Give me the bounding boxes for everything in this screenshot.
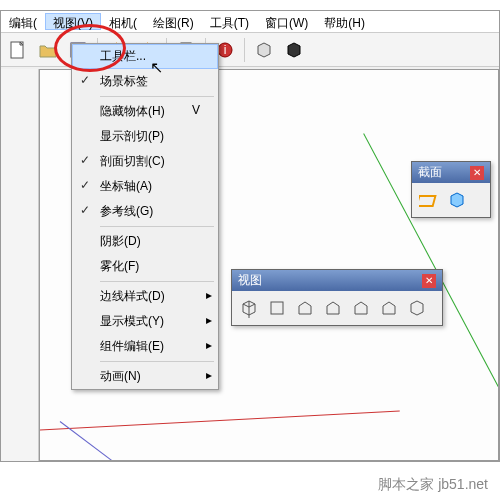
check-icon: ✓ <box>80 73 90 87</box>
section-panel-title: 截面 <box>418 164 442 181</box>
open-icon[interactable] <box>35 37 61 63</box>
views-panel-title: 视图 <box>238 272 262 289</box>
menu-edit[interactable]: 编辑( <box>1 13 45 30</box>
chevron-right-icon: ▸ <box>206 288 212 302</box>
section-plane-icon[interactable] <box>416 187 442 213</box>
section-display-icon[interactable] <box>444 187 470 213</box>
views-panel-titlebar[interactable]: 视图 ✕ <box>232 270 442 291</box>
menu-item-axes[interactable]: ✓坐标轴(A) <box>72 174 218 199</box>
close-icon[interactable]: ✕ <box>422 274 436 288</box>
top-view-icon[interactable] <box>264 295 290 321</box>
app-window: 编辑( 视图(V) 相机( 绘图(R) 工具(T) 窗口(W) 帮助(H) i <box>0 10 500 462</box>
views-panel[interactable]: 视图 ✕ <box>231 269 443 326</box>
new-file-icon[interactable] <box>5 37 31 63</box>
close-icon[interactable]: ✕ <box>470 166 484 180</box>
chevron-right-icon: ▸ <box>206 313 212 327</box>
box-view-icon[interactable] <box>404 295 430 321</box>
menu-item-guides[interactable]: ✓参考线(G) <box>72 199 218 224</box>
section-panel[interactable]: 截面 ✕ <box>411 161 491 218</box>
watermark: 脚本之家 jb51.net <box>378 476 488 494</box>
menu-item-scene-tabs[interactable]: ✓场景标签 <box>72 69 218 94</box>
back-view-icon[interactable] <box>348 295 374 321</box>
menu-tools[interactable]: 工具(T) <box>202 13 257 30</box>
menu-window[interactable]: 窗口(W) <box>257 13 316 30</box>
menu-camera[interactable]: 相机( <box>101 13 145 30</box>
svg-text:i: i <box>224 43 227 57</box>
right-view-icon[interactable] <box>320 295 346 321</box>
arc-tool-icon[interactable] <box>6 169 34 197</box>
chevron-right-icon: ▸ <box>206 338 212 352</box>
menu-item-fog[interactable]: 雾化(F) <box>72 254 218 279</box>
section-panel-titlebar[interactable]: 截面 ✕ <box>412 162 490 183</box>
component2-icon[interactable] <box>281 37 307 63</box>
svg-rect-8 <box>271 302 283 314</box>
menu-item-face-style[interactable]: 显示模式(Y)▸ <box>72 309 218 334</box>
shape-tool-icon[interactable] <box>6 201 34 229</box>
menu-item-shadows[interactable]: 阴影(D) <box>72 229 218 254</box>
menu-help[interactable]: 帮助(H) <box>316 13 373 30</box>
eraser-tool-icon[interactable] <box>6 105 34 133</box>
axis-red <box>39 411 400 433</box>
menu-item-section-cuts[interactable]: ✓剖面切割(C) <box>72 149 218 174</box>
menu-item-animation[interactable]: 动画(N)▸ <box>72 364 218 389</box>
push-tool-icon[interactable] <box>6 233 34 261</box>
menu-item-section-planes[interactable]: 显示剖切(P) <box>72 124 218 149</box>
menu-item-hidden-geometry[interactable]: 隐藏物体(H)V <box>72 99 218 124</box>
side-toolbar <box>1 69 39 461</box>
select-tool-icon[interactable] <box>6 73 34 101</box>
component-icon[interactable] <box>251 37 277 63</box>
axis-blue <box>60 421 380 461</box>
menu-item-toolbars[interactable]: 工具栏... <box>72 44 218 69</box>
menu-item-component-edit[interactable]: 组件编辑(E)▸ <box>72 334 218 359</box>
svg-rect-7 <box>419 196 435 206</box>
check-icon: ✓ <box>80 153 90 167</box>
cursor-icon: ↖ <box>150 58 163 77</box>
menu-view[interactable]: 视图(V) <box>45 13 101 30</box>
menubar: 编辑( 视图(V) 相机( 绘图(R) 工具(T) 窗口(W) 帮助(H) <box>1 11 499 33</box>
menu-item-edge-style[interactable]: 边线样式(D)▸ <box>72 284 218 309</box>
check-icon: ✓ <box>80 203 90 217</box>
front-view-icon[interactable] <box>292 295 318 321</box>
check-icon: ✓ <box>80 178 90 192</box>
chevron-right-icon: ▸ <box>206 368 212 382</box>
left-view-icon[interactable] <box>376 295 402 321</box>
menu-draw[interactable]: 绘图(R) <box>145 13 202 30</box>
view-menu-dropdown: 工具栏... ✓场景标签 隐藏物体(H)V 显示剖切(P) ✓剖面切割(C) ✓… <box>71 43 219 390</box>
iso-view-icon[interactable] <box>236 295 262 321</box>
line-tool-icon[interactable] <box>6 137 34 165</box>
